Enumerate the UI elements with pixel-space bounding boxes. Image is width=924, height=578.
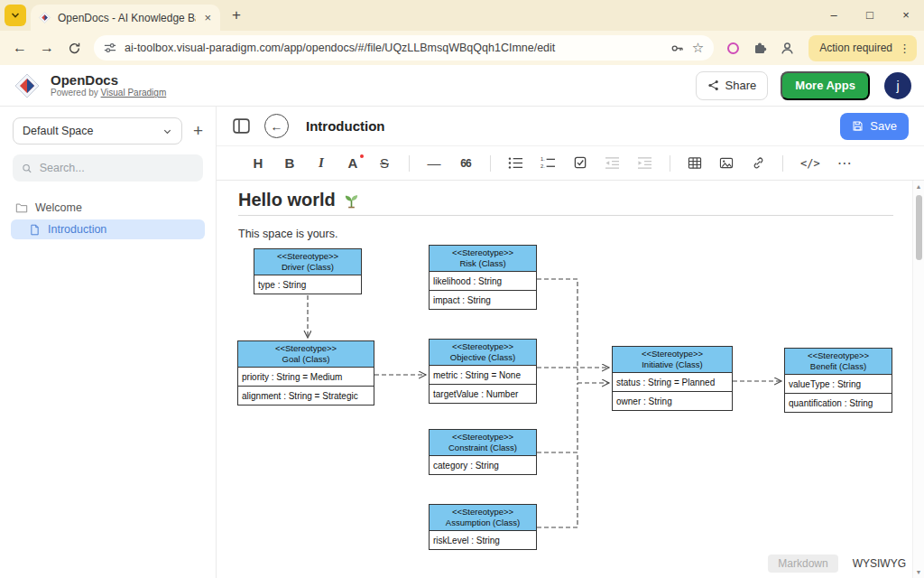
user-avatar[interactable]: j <box>884 72 911 99</box>
close-window-button[interactable]: × <box>888 0 924 31</box>
space-selector[interactable]: Default Space <box>13 117 182 144</box>
link-button[interactable] <box>751 156 765 170</box>
toolbar-divider <box>490 155 491 172</box>
task-list-button[interactable] <box>573 156 587 170</box>
ordered-list-button[interactable]: 1.2. <box>541 156 556 170</box>
uml-class-assumption[interactable]: <<Stereotype>> Assumption (Class) riskLe… <box>429 504 537 550</box>
action-required-label: Action required <box>819 42 892 54</box>
minimize-button[interactable]: – <box>816 0 852 31</box>
uml-class-header: <<Stereotype>> Assumption (Class) <box>430 505 536 530</box>
reload-button[interactable] <box>61 35 87 61</box>
browser-tab[interactable]: OpenDocs - AI Knowledge Base × <box>31 5 220 31</box>
bold-button[interactable]: B <box>282 155 297 171</box>
tab-title: OpenDocs - AI Knowledge Base <box>58 12 196 24</box>
ordered-list-icon: 1.2. <box>541 156 556 170</box>
doc-heading-row: Hello world <box>217 181 924 210</box>
bookmark-star-icon[interactable]: ☆ <box>692 40 704 56</box>
tab-search-button[interactable] <box>5 5 26 26</box>
indent-button[interactable] <box>637 156 652 170</box>
doc-heading[interactable]: Hello world <box>238 190 336 210</box>
url-text[interactable]: ai-toolbox.visual-paradigm.com/app/opend… <box>125 42 662 54</box>
wysiwyg-mode-button[interactable]: WYSIWYG <box>853 557 906 570</box>
uml-attribute: owner : String <box>613 391 732 410</box>
uml-class-header: <<Stereotype>> Driver (Class) <box>254 249 361 275</box>
toggle-sidebar-button[interactable] <box>232 117 251 135</box>
scrollbar-thumb[interactable] <box>916 195 922 260</box>
app-header: OpenDocs Powered by Visual Paradigm Shar… <box>0 65 924 107</box>
new-tab-button[interactable]: + <box>224 6 249 24</box>
font-color-button[interactable]: A <box>346 155 360 171</box>
opendocs-logo <box>13 71 42 100</box>
search-box[interactable] <box>13 154 203 182</box>
add-page-button[interactable]: + <box>193 121 203 141</box>
uml-attribute: impact : String <box>430 290 536 309</box>
doc-title: Introduction <box>306 118 384 134</box>
puzzle-icon <box>753 41 767 55</box>
outdent-icon <box>605 156 620 170</box>
document-canvas[interactable]: Hello world This space is yours. <box>217 181 924 578</box>
uml-class-header: <<Stereotype>> Initiative (Class) <box>613 347 732 372</box>
uml-class-goal[interactable]: <<Stereotype>> Goal (Class) priority : S… <box>237 340 374 406</box>
extension-icon[interactable] <box>727 42 739 54</box>
uml-stereotype: <<Stereotype>> <box>614 349 730 359</box>
browser-tabstrip: OpenDocs - AI Knowledge Base × + – □ × <box>0 0 924 31</box>
bullet-list-button[interactable] <box>508 156 523 170</box>
table-icon <box>688 156 702 170</box>
share-icon <box>707 79 719 91</box>
intro-text[interactable]: This space is yours. <box>238 228 924 240</box>
action-required-button[interactable]: Action required ⋮ <box>808 35 917 61</box>
markdown-mode-button[interactable]: Markdown <box>768 555 837 573</box>
url-bar[interactable]: ai-toolbox.visual-paradigm.com/app/opend… <box>94 35 714 61</box>
outdent-button[interactable] <box>605 156 620 170</box>
forward-button[interactable]: → <box>34 35 60 61</box>
tree-item-welcome[interactable]: Welcome <box>0 198 216 218</box>
save-icon <box>852 120 864 132</box>
italic-button[interactable]: I <box>314 155 328 171</box>
overflow-menu-icon[interactable]: ⋮ <box>899 42 910 55</box>
color-dot <box>360 154 364 158</box>
save-button[interactable]: Save <box>840 113 909 140</box>
uml-class-risk[interactable]: <<Stereotype>> Risk (Class) likelihood :… <box>429 245 537 310</box>
extensions-button[interactable] <box>747 35 772 61</box>
save-label: Save <box>870 119 897 133</box>
uml-class-name: Assumption (Class) <box>431 517 534 528</box>
svg-text:1.: 1. <box>541 156 545 162</box>
editor-mode-toggle: Markdown WYSIWYG <box>768 555 906 573</box>
uml-stereotype: <<Stereotype>> <box>431 432 534 443</box>
uml-class-name: Constraint (Class) <box>431 443 534 453</box>
uml-class-objective[interactable]: <<Stereotype>> Objective (Class) metric … <box>429 339 537 404</box>
blockquote-button[interactable]: 66 <box>458 157 473 170</box>
uml-attribute: metric : String = None <box>430 365 536 384</box>
site-settings-icon[interactable] <box>104 42 116 54</box>
format-toolbar: H B I A S — 66 1.2. <box>217 146 924 181</box>
password-key-icon[interactable] <box>670 42 684 55</box>
strikethrough-button[interactable]: S <box>377 155 392 171</box>
maximize-button[interactable]: □ <box>852 0 888 31</box>
document-icon <box>29 224 41 236</box>
uml-class-benefit[interactable]: <<Stereotype>> Benefit (Class) valueType… <box>784 348 892 413</box>
horizontal-rule-button[interactable]: — <box>427 155 441 171</box>
scroll-down-icon[interactable]: ▼ <box>913 569 924 575</box>
more-tools-button[interactable]: ⋯ <box>837 154 852 172</box>
heading-button[interactable]: H <box>251 155 265 171</box>
code-button[interactable]: </> <box>800 157 820 170</box>
share-button[interactable]: Share <box>696 71 769 100</box>
table-button[interactable] <box>688 156 702 170</box>
vertical-scrollbar[interactable]: ▲ ▼ <box>912 181 924 578</box>
more-apps-button[interactable]: More Apps <box>781 71 870 100</box>
uml-class-constraint[interactable]: <<Stereotype>> Constraint (Class) catego… <box>429 429 537 475</box>
scroll-up-icon[interactable]: ▲ <box>913 183 924 190</box>
search-input[interactable] <box>40 162 194 174</box>
back-nav-button[interactable]: ← <box>264 114 289 138</box>
vendor-link[interactable]: Visual Paradigm <box>101 88 167 98</box>
profile-button[interactable] <box>774 35 799 61</box>
uml-stereotype: <<Stereotype>> <box>787 350 890 361</box>
uml-stereotype: <<Stereotype>> <box>431 507 534 517</box>
uml-class-initiative[interactable]: <<Stereotype>> Initiative (Class) status… <box>612 346 733 411</box>
back-button[interactable]: ← <box>7 35 32 61</box>
image-button[interactable] <box>719 156 734 170</box>
uml-class-driver[interactable]: <<Stereotype>> Driver (Class) type : Str… <box>254 248 362 294</box>
tab-close-icon[interactable]: × <box>202 11 213 24</box>
uml-attribute: riskLevel : String <box>430 530 536 549</box>
tree-item-introduction[interactable]: Introduction <box>11 219 205 239</box>
